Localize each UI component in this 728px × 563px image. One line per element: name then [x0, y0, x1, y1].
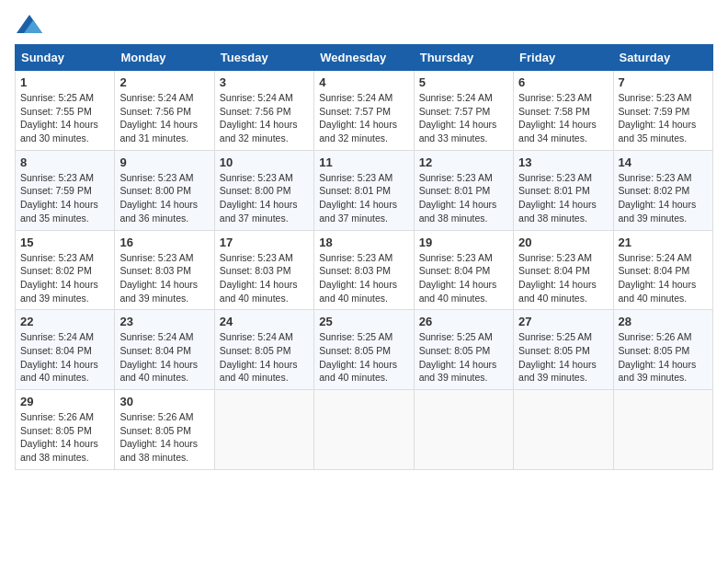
calendar-table: SundayMondayTuesdayWednesdayThursdayFrid…	[15, 44, 713, 470]
sunrise-label: Sunrise: 5:23 AM	[518, 172, 592, 183]
daylight-label: Daylight: 14 hours and 38 minutes.	[119, 438, 198, 463]
calendar-cell: 28 Sunrise: 5:26 AM Sunset: 8:05 PM Dayl…	[613, 310, 712, 390]
page-header	[15, 15, 713, 33]
sunset-label: Sunset: 8:04 PM	[119, 345, 191, 356]
calendar-cell: 14 Sunrise: 5:23 AM Sunset: 8:02 PM Dayl…	[613, 150, 712, 230]
sunset-label: Sunset: 8:05 PM	[119, 425, 191, 436]
day-number: 30	[119, 395, 209, 408]
day-info: Sunrise: 5:26 AM Sunset: 8:05 PM Dayligh…	[20, 410, 109, 465]
daylight-label: Daylight: 14 hours and 33 minutes.	[419, 119, 497, 144]
calendar-cell: 15 Sunrise: 5:23 AM Sunset: 8:02 PM Dayl…	[16, 230, 115, 310]
calendar-cell: 13 Sunrise: 5:23 AM Sunset: 8:01 PM Dayl…	[514, 150, 613, 230]
calendar-cell	[314, 390, 414, 470]
daylight-label: Daylight: 14 hours and 35 minutes.	[20, 199, 98, 224]
sunset-label: Sunset: 8:05 PM	[319, 345, 391, 356]
sunset-label: Sunset: 7:55 PM	[20, 106, 92, 117]
weekday-header-thursday: Thursday	[414, 45, 513, 71]
sunset-label: Sunset: 8:01 PM	[518, 185, 590, 196]
daylight-label: Daylight: 14 hours and 40 minutes.	[319, 279, 397, 304]
daylight-label: Daylight: 14 hours and 40 minutes.	[518, 279, 597, 304]
calendar-cell: 7 Sunrise: 5:23 AM Sunset: 7:59 PM Dayli…	[613, 71, 712, 151]
day-info: Sunrise: 5:23 AM Sunset: 8:01 PM Dayligh…	[319, 171, 408, 225]
logo	[15, 15, 44, 33]
day-info: Sunrise: 5:23 AM Sunset: 7:59 PM Dayligh…	[619, 91, 708, 145]
sunrise-label: Sunrise: 5:23 AM	[220, 172, 293, 183]
day-info: Sunrise: 5:23 AM Sunset: 8:02 PM Dayligh…	[20, 251, 109, 305]
day-info: Sunrise: 5:24 AM Sunset: 8:04 PM Dayligh…	[119, 330, 209, 385]
calendar-cell: 29 Sunrise: 5:26 AM Sunset: 8:05 PM Dayl…	[16, 390, 115, 470]
sunrise-label: Sunrise: 5:24 AM	[20, 331, 94, 342]
day-info: Sunrise: 5:23 AM Sunset: 8:01 PM Dayligh…	[419, 171, 508, 225]
day-info: Sunrise: 5:23 AM Sunset: 8:04 PM Dayligh…	[518, 251, 608, 305]
calendar-cell: 9 Sunrise: 5:23 AM Sunset: 8:00 PM Dayli…	[115, 150, 214, 230]
calendar-cell	[214, 390, 313, 470]
sunrise-label: Sunrise: 5:24 AM	[119, 92, 193, 103]
day-number: 3	[220, 75, 309, 89]
daylight-label: Daylight: 14 hours and 30 minutes.	[20, 119, 98, 144]
day-number: 1	[20, 75, 109, 89]
daylight-label: Daylight: 14 hours and 32 minutes.	[319, 119, 397, 144]
day-number: 25	[319, 315, 408, 328]
sunrise-label: Sunrise: 5:23 AM	[319, 172, 392, 183]
calendar-cell: 23 Sunrise: 5:24 AM Sunset: 8:04 PM Dayl…	[115, 310, 214, 390]
sunrise-label: Sunrise: 5:23 AM	[518, 252, 592, 263]
calendar-cell: 12 Sunrise: 5:23 AM Sunset: 8:01 PM Dayl…	[414, 150, 513, 230]
calendar-row-4: 22 Sunrise: 5:24 AM Sunset: 8:04 PM Dayl…	[16, 310, 713, 390]
day-number: 24	[220, 315, 309, 328]
day-number: 28	[619, 315, 708, 328]
day-number: 10	[220, 155, 309, 169]
calendar-cell	[514, 390, 613, 470]
sunrise-label: Sunrise: 5:24 AM	[619, 252, 692, 263]
sunset-label: Sunset: 8:04 PM	[518, 265, 590, 276]
sunset-label: Sunset: 8:01 PM	[319, 185, 391, 196]
calendar-cell: 26 Sunrise: 5:25 AM Sunset: 8:05 PM Dayl…	[414, 310, 513, 390]
day-number: 23	[119, 315, 209, 328]
day-number: 2	[119, 75, 209, 89]
day-number: 4	[319, 75, 408, 89]
calendar-cell: 22 Sunrise: 5:24 AM Sunset: 8:04 PM Dayl…	[16, 310, 115, 390]
daylight-label: Daylight: 14 hours and 38 minutes.	[419, 199, 497, 224]
day-number: 14	[619, 155, 708, 169]
calendar-cell: 30 Sunrise: 5:26 AM Sunset: 8:05 PM Dayl…	[115, 390, 214, 470]
day-number: 29	[20, 395, 109, 408]
sunrise-label: Sunrise: 5:23 AM	[119, 172, 193, 183]
sunset-label: Sunset: 8:02 PM	[619, 185, 690, 196]
day-number: 26	[419, 315, 508, 328]
sunrise-label: Sunrise: 5:25 AM	[319, 331, 392, 342]
calendar-cell: 5 Sunrise: 5:24 AM Sunset: 7:57 PM Dayli…	[414, 71, 513, 151]
calendar-cell: 11 Sunrise: 5:23 AM Sunset: 8:01 PM Dayl…	[314, 150, 414, 230]
daylight-label: Daylight: 14 hours and 39 minutes.	[119, 279, 198, 304]
day-number: 21	[619, 236, 708, 249]
calendar-cell: 6 Sunrise: 5:23 AM Sunset: 7:58 PM Dayli…	[514, 71, 613, 151]
sunset-label: Sunset: 8:04 PM	[20, 345, 92, 356]
sunset-label: Sunset: 8:03 PM	[319, 265, 391, 276]
weekday-header-sunday: Sunday	[16, 45, 115, 71]
day-info: Sunrise: 5:23 AM Sunset: 7:58 PM Dayligh…	[518, 91, 608, 145]
sunset-label: Sunset: 8:05 PM	[419, 345, 491, 356]
day-number: 5	[419, 75, 508, 89]
day-number: 7	[619, 75, 708, 89]
sunrise-label: Sunrise: 5:23 AM	[619, 92, 692, 103]
calendar-cell: 25 Sunrise: 5:25 AM Sunset: 8:05 PM Dayl…	[314, 310, 414, 390]
sunset-label: Sunset: 7:56 PM	[220, 106, 291, 117]
day-number: 19	[419, 236, 508, 249]
sunrise-label: Sunrise: 5:24 AM	[319, 92, 392, 103]
day-info: Sunrise: 5:23 AM Sunset: 8:04 PM Dayligh…	[419, 251, 508, 305]
day-info: Sunrise: 5:23 AM Sunset: 8:01 PM Dayligh…	[518, 171, 608, 225]
weekday-header-row: SundayMondayTuesdayWednesdayThursdayFrid…	[16, 45, 713, 71]
daylight-label: Daylight: 14 hours and 39 minutes.	[619, 359, 697, 384]
daylight-label: Daylight: 14 hours and 40 minutes.	[119, 359, 198, 384]
daylight-label: Daylight: 14 hours and 38 minutes.	[518, 199, 597, 224]
sunrise-label: Sunrise: 5:24 AM	[119, 331, 193, 342]
daylight-label: Daylight: 14 hours and 31 minutes.	[119, 119, 198, 144]
sunrise-label: Sunrise: 5:23 AM	[319, 252, 392, 263]
calendar-cell: 27 Sunrise: 5:25 AM Sunset: 8:05 PM Dayl…	[514, 310, 613, 390]
sunrise-label: Sunrise: 5:23 AM	[220, 252, 293, 263]
weekday-header-monday: Monday	[115, 45, 214, 71]
day-info: Sunrise: 5:24 AM Sunset: 7:56 PM Dayligh…	[220, 91, 309, 145]
daylight-label: Daylight: 14 hours and 40 minutes.	[220, 359, 298, 384]
day-number: 12	[419, 155, 508, 169]
calendar-cell: 3 Sunrise: 5:24 AM Sunset: 7:56 PM Dayli…	[214, 71, 313, 151]
day-number: 15	[20, 236, 109, 249]
calendar-cell: 16 Sunrise: 5:23 AM Sunset: 8:03 PM Dayl…	[115, 230, 214, 310]
